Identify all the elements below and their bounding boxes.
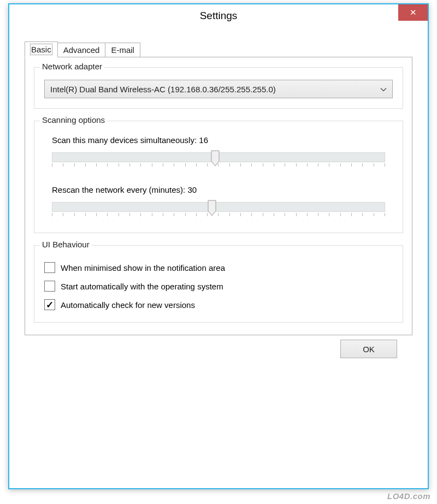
rescan-value: 30 <box>187 185 197 194</box>
tab-advanced[interactable]: Advanced <box>57 43 106 57</box>
slider-ticks <box>52 213 385 218</box>
autostart-checkbox-label: Start automatically with the operating s… <box>61 282 223 291</box>
ok-button-label: OK <box>363 345 375 354</box>
group-network-adapter-label: Network adapter <box>40 62 104 71</box>
autoupdate-checkbox[interactable] <box>44 299 55 310</box>
group-ui-behaviour-label: UI Behaviour <box>40 240 92 249</box>
autoupdate-checkbox-label: Automatically check for new versions <box>61 300 195 310</box>
simultaneous-devices-label: Scan this many devices simultaneously: 1… <box>52 135 389 145</box>
slider-thumb[interactable] <box>208 200 216 216</box>
group-scanning-label: Scanning options <box>40 115 107 124</box>
network-adapter-dropdown[interactable]: Intel(R) Dual Band Wireless-AC (192.168.… <box>44 80 393 98</box>
window-title: Settings <box>200 10 238 22</box>
slider-track <box>52 202 385 212</box>
close-button[interactable]: ✕ <box>398 4 428 21</box>
simultaneous-devices-block: Scan this many devices simultaneously: 1… <box>48 135 389 171</box>
close-icon: ✕ <box>410 8 417 17</box>
rescan-label-text: Rescan the network every (minutes): <box>52 185 187 194</box>
tab-basic[interactable]: Basic <box>25 41 58 57</box>
network-adapter-selected: Intel(R) Dual Band Wireless-AC (192.168.… <box>50 85 276 94</box>
group-ui-behaviour: UI Behaviour When minimised show in the … <box>34 245 403 323</box>
watermark: LO4D.com <box>387 491 430 501</box>
minimise-checkbox[interactable] <box>44 262 55 273</box>
group-network-adapter: Network adapter Intel(R) Dual Band Wirel… <box>34 67 403 109</box>
checkbox-row-minimise[interactable]: When minimised show in the notification … <box>44 262 393 273</box>
autostart-checkbox[interactable] <box>44 281 55 292</box>
rescan-interval-label: Rescan the network every (minutes): 30 <box>52 185 389 194</box>
tabpanel-basic: Network adapter Intel(R) Dual Band Wirel… <box>25 57 412 335</box>
sim-label-text: Scan this many devices simultaneously: <box>52 135 199 145</box>
checkbox-row-autoupdate[interactable]: Automatically check for new versions <box>44 299 393 310</box>
tab-basic-label: Basic <box>31 45 51 54</box>
tab-advanced-label: Advanced <box>63 45 100 55</box>
titlebar[interactable]: Settings ✕ <box>9 4 428 27</box>
simultaneous-devices-slider[interactable] <box>52 150 385 171</box>
sim-value: 16 <box>199 135 208 145</box>
chevron-down-icon <box>380 85 387 94</box>
rescan-interval-block: Rescan the network every (minutes): 30 <box>48 185 389 221</box>
group-scanning-options: Scanning options Scan this many devices … <box>34 121 403 233</box>
tab-email[interactable]: E-mail <box>105 43 140 57</box>
minimise-checkbox-label: When minimised show in the notification … <box>61 263 225 272</box>
ok-button[interactable]: OK <box>340 340 397 358</box>
settings-window: Settings ✕ Basic Advanced E-mail Network… <box>8 3 429 489</box>
window-content: Basic Advanced E-mail Network adapter In… <box>9 27 428 364</box>
tabstrip: Basic Advanced E-mail <box>25 43 412 57</box>
checkbox-row-autostart[interactable]: Start automatically with the operating s… <box>44 281 393 292</box>
slider-thumb[interactable] <box>211 150 220 167</box>
dialog-footer: OK <box>25 335 412 358</box>
rescan-interval-slider[interactable] <box>52 200 385 221</box>
tab-email-label: E-mail <box>111 45 134 55</box>
